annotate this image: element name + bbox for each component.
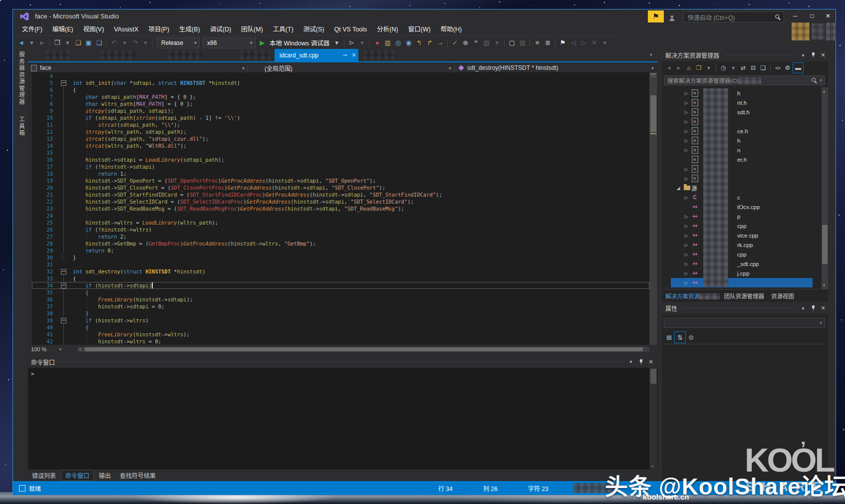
bottom-tab-输出[interactable]: 输出 [95, 470, 115, 481]
attach-dropdown-icon[interactable]: ▾ [357, 37, 367, 48]
switch-views-dropdown-icon[interactable]: ▾ [704, 63, 714, 73]
tree-item[interactable]: ▷h [662, 174, 822, 183]
copy-path-icon[interactable]: ❏ [758, 63, 768, 73]
title-bar[interactable]: face - Microsoft Visual Studio ⚑ 快速启动 (C… [13, 9, 836, 23]
code-line-40[interactable]: 40 { [32, 324, 649, 331]
solution-explorer-search-input[interactable]: 搜索解决方案资源管理器(Ctrl+;) ▾ [664, 75, 825, 85]
menu-item-项目(P)[interactable]: 项目(P) [143, 23, 174, 35]
project-dropdown[interactable]: face ▾ [28, 63, 248, 72]
expand-arrow-icon[interactable]: ▷ [682, 271, 690, 276]
command-vertical-scrollbar[interactable]: ▾ [649, 368, 657, 470]
quick-launch-input[interactable]: 快速启动 (Ctrl+Q) [683, 11, 784, 22]
bottom-tab-错误列表[interactable]: 错误列表 [28, 470, 60, 481]
display-options-icon[interactable]: ▨ [481, 37, 492, 48]
configuration-select[interactable]: Release▾ [157, 37, 200, 48]
close-panel-icon[interactable]: ✕ [818, 52, 828, 58]
editor-scrollbar-thumb[interactable] [650, 95, 656, 132]
nav-back-dropdown-icon[interactable]: ▾ [26, 37, 37, 48]
maximize-button[interactable]: □ [804, 9, 820, 22]
properties-header[interactable]: 属性 ▾ ✕ [662, 302, 828, 314]
code-line-37[interactable]: 37 hinstsdt->sdtapi = 0; [32, 303, 649, 310]
command-window-header[interactable]: 命令窗口 ▾ ✕ [28, 356, 658, 368]
open-file-icon[interactable]: ❏ [73, 37, 83, 48]
expand-arrow-icon[interactable]: ▷ [682, 176, 690, 181]
tree-item[interactable]: ▷++cpp [662, 221, 822, 231]
horizontal-splitter[interactable] [28, 352, 658, 356]
feedback-icon[interactable] [669, 13, 674, 22]
tree-item[interactable]: ▷++vice.cpp [662, 231, 822, 240]
hscroll-thumb[interactable] [85, 347, 643, 351]
command-window-content[interactable]: > ▾ [28, 368, 658, 470]
sidebar-tab-toolbox[interactable]: 工具箱 [17, 116, 25, 137]
menu-item-帮助(H)[interactable]: 帮助(H) [436, 23, 467, 35]
tree-item[interactable]: ◢源 [662, 183, 822, 193]
debug-target-label[interactable]: 本地 Windows 调试器 [268, 38, 331, 47]
pin-icon[interactable] [808, 305, 818, 311]
expand-arrow-icon[interactable]: ▷ [682, 119, 690, 124]
scroll-up-arrow-icon[interactable]: ▴ [823, 89, 825, 93]
tree-item[interactable]: ▷h [662, 164, 822, 174]
code-line-5[interactable]: 5int sdt_init(char *sdtapi, struct HINST… [32, 79, 649, 86]
expand-arrow-icon[interactable]: ▷ [682, 252, 690, 257]
code-line-20[interactable]: 20 hinstsdt->SDT_ClosePort = (SDT_CloseP… [32, 184, 649, 191]
code-line-28[interactable]: 28 hinstsdt->GetBmp = (GetBmpProc)GetPro… [32, 240, 649, 247]
tree-item[interactable]: ▷++_sdt.cpp [662, 259, 822, 268]
find-symbol-icon[interactable]: ◉ [403, 37, 414, 48]
code-editor[interactable]: 45int sdt_init(char *sdtapi, struct HINS… [28, 72, 658, 345]
tree-item[interactable]: ▷hnt.h [662, 98, 822, 107]
clear-bookmarks-icon[interactable]: ✕ [589, 37, 599, 48]
categorized-icon[interactable]: ⊞ [664, 332, 674, 343]
pin-icon[interactable] [636, 359, 646, 365]
censored-tab[interactable] [168, 50, 203, 60]
censored-tab[interactable] [363, 50, 396, 60]
panel-tab-团队资源管理器[interactable]: 团队资源管理器 [721, 292, 768, 300]
code-line-33[interactable]: 33{ [32, 275, 649, 282]
code-line-23[interactable]: 23 hinstsdt->SDT_ReadBaseMsg = (SDT_Read… [32, 205, 649, 212]
tree-item[interactable]: ▷Cc [662, 193, 822, 202]
code-line-6[interactable]: 6{ [32, 86, 649, 93]
tree-vertical-scrollbar[interactable]: ▴ ▾ [822, 87, 828, 289]
expand-arrow-icon[interactable]: ▷ [682, 167, 690, 172]
bottom-tab-查找符号结果[interactable]: 查找符号结果 [116, 470, 160, 481]
indent-icon[interactable]: ≣ [543, 37, 553, 48]
attach-process-icon[interactable]: ⊳ [346, 37, 357, 48]
breakpoint-icon[interactable]: ● [372, 37, 382, 48]
code-line-32[interactable]: 32int sdt_destroy(struct HINSTSDT *hinst… [32, 268, 649, 275]
fold-marker[interactable] [56, 282, 71, 289]
expand-arrow-icon[interactable]: ▷ [682, 261, 690, 266]
nav-forward-icon[interactable]: ► [37, 37, 47, 48]
undo-dropdown-icon[interactable]: ▾ [119, 37, 130, 48]
redo-icon[interactable]: ↷ [130, 37, 140, 48]
menu-item-调试(D)[interactable]: 调试(D) [205, 23, 236, 35]
expand-arrow-icon[interactable]: ▷ [682, 91, 690, 96]
tree-item[interactable]: ▷++cpp [662, 250, 822, 259]
scope-dropdown[interactable]: (全局范围) ▾ [249, 63, 455, 72]
menu-item-测试(S)[interactable]: 测试(S) [298, 23, 329, 35]
expand-arrow-icon[interactable]: ◢ [674, 186, 682, 191]
censored-tab[interactable] [100, 50, 135, 60]
platform-select[interactable]: x86▾ [203, 37, 256, 48]
code-line-42[interactable]: 42 hinstsdt->wltrs = 0; [32, 338, 649, 345]
package-icon[interactable]: ▥ [382, 37, 393, 48]
tree-item[interactable]: ++tOcx.cpp [662, 202, 822, 212]
code-line-16[interactable]: 16 hinstsdt->sdtapi = LoadLibrary(sdtapi… [32, 156, 649, 163]
pin-tab-icon[interactable]: ⊸ [340, 52, 349, 58]
menu-item-编辑(E)[interactable]: 编辑(E) [47, 23, 78, 35]
pending-changes-icon[interactable]: ◷ [718, 63, 728, 73]
expand-arrow-icon[interactable]: ▷ [682, 233, 690, 238]
properties-object-dropdown[interactable]: ▾ [664, 318, 825, 328]
close-panel-icon[interactable]: ✕ [646, 359, 656, 365]
tree-item[interactable]: her.h [662, 155, 822, 164]
tree-scrollbar-thumb[interactable] [822, 225, 828, 264]
window-position-dropdown-icon[interactable]: ▾ [626, 359, 636, 364]
menu-item-工具(T)[interactable]: 工具(T) [268, 23, 298, 35]
scrollbar-splitter-grip[interactable] [650, 73, 656, 75]
yellow-flag-button[interactable]: ⚑ [648, 10, 664, 22]
code-line-19[interactable]: 19 hinstsdt->SDT_OpenPort = (SDT_OpenPor… [32, 177, 649, 184]
code-line-18[interactable]: 18 return 1; [32, 170, 649, 177]
code-line-11[interactable]: 11 strcat(sdtapi_path, "\\"); [32, 121, 649, 128]
se-forward-icon[interactable]: ► [674, 63, 684, 73]
comment-icon[interactable]: ❝ [471, 37, 481, 48]
expand-arrow-icon[interactable]: ▷ [682, 243, 690, 248]
code-line-41[interactable]: 41 FreeLibrary(hinstsdt->wltrs); [32, 331, 649, 338]
